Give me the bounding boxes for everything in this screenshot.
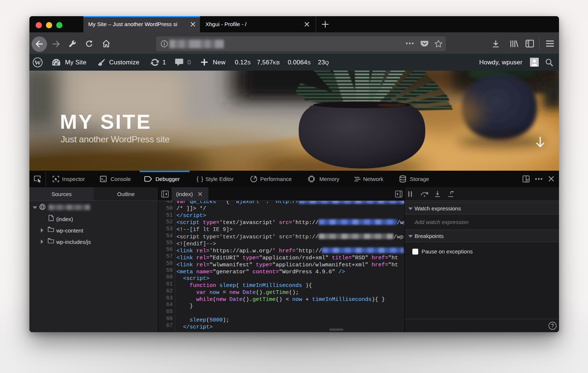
svg-text:W: W: [35, 59, 41, 66]
svg-text:?: ?: [551, 323, 554, 328]
